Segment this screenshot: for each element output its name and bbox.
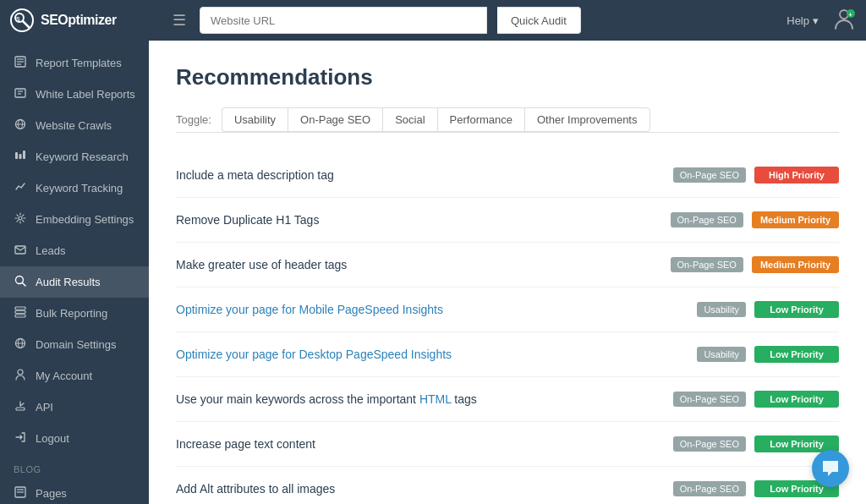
user-avatar-icon[interactable]: + — [832, 7, 856, 35]
help-button[interactable]: Help ▾ — [787, 14, 819, 27]
seoptimizer-logo-icon: S — [10, 8, 34, 32]
sidebar-item-white-label-reports[interactable]: White Label Reports — [0, 79, 149, 110]
rec-priority-badge-4: Low Priority — [754, 346, 839, 363]
rec-title-6: Increase page text content — [176, 437, 673, 451]
svg-rect-19 — [23, 151, 25, 159]
logo-area: S SEOptimizer — [10, 8, 159, 32]
report-templates-icon — [14, 56, 27, 70]
svg-rect-26 — [15, 315, 25, 317]
svg-rect-17 — [15, 152, 18, 159]
sidebar-item-embedding-settings[interactable]: Embedding Settings — [0, 204, 149, 235]
svg-rect-31 — [16, 408, 25, 410]
header-right: Help ▾ + — [787, 7, 856, 35]
logo-text: SEOptimizer — [41, 13, 117, 28]
rec-item-5: Use your main keywords across the import… — [176, 377, 839, 422]
toggle-bar: Toggle: Usability On-Page SEO Social Per… — [176, 107, 839, 133]
rec-category-badge-3: Usability — [697, 302, 746, 317]
sidebar-label-white-label-reports: White Label Reports — [36, 88, 135, 101]
top-header: S SEOptimizer ☰ Quick Audit Help ▾ + — [0, 0, 866, 41]
rec-priority-badge-3: Low Priority — [754, 301, 839, 318]
svg-line-2 — [23, 21, 29, 27]
sidebar-item-bulk-reporting[interactable]: Bulk Reporting — [0, 298, 149, 329]
rec-title-4[interactable]: Optimize your page for Desktop PageSpeed… — [176, 348, 697, 361]
sidebar-item-logout[interactable]: Logout — [0, 423, 149, 454]
toggle-btn-on-page-seo[interactable]: On-Page SEO — [288, 107, 382, 132]
sidebar-label-api: API — [36, 401, 53, 414]
sidebar-item-leads[interactable]: Leads — [0, 235, 149, 266]
toggle-btn-performance[interactable]: Performance — [437, 107, 524, 132]
main-layout: Report Templates White Label Reports Web… — [0, 41, 866, 504]
rec-category-badge-4: Usability — [697, 347, 746, 362]
page-title: Recommendations — [176, 64, 839, 90]
keyword-research-icon — [14, 150, 27, 164]
rec-item-0: Include a meta description tag On-Page S… — [176, 153, 839, 198]
svg-point-30 — [18, 370, 23, 375]
sidebar-label-pages: Pages — [36, 487, 67, 500]
rec-category-badge-6: On-Page SEO — [673, 436, 746, 452]
pages-icon — [14, 486, 27, 501]
sidebar-label-keyword-research: Keyword Research — [36, 151, 129, 163]
toggle-btn-usability[interactable]: Usability — [222, 107, 288, 132]
rec-item-6: Increase page text content On-Page SEO L… — [176, 422, 839, 467]
rec-category-badge-2: On-Page SEO — [671, 257, 743, 272]
leads-icon — [14, 244, 27, 258]
rec-category-badge-5: On-Page SEO — [673, 392, 746, 407]
rec-item-2: Make greater use of header tags On-Page … — [176, 243, 839, 288]
main-content: Recommendations Toggle: Usability On-Pag… — [149, 41, 866, 504]
rec-title-3[interactable]: Optimize your page for Mobile PageSpeed … — [176, 303, 697, 316]
rec-priority-badge-5: Low Priority — [754, 391, 839, 408]
rec-category-badge-7: On-Page SEO — [673, 481, 746, 496]
website-crawls-icon — [14, 118, 27, 133]
svg-text:S: S — [16, 16, 20, 22]
sidebar-item-my-account[interactable]: My Account — [0, 360, 149, 392]
toggle-label: Toggle: — [176, 113, 211, 126]
rec-category-badge-1: On-Page SEO — [671, 212, 743, 227]
keyword-tracking-icon — [14, 181, 27, 195]
toggle-btn-social[interactable]: Social — [382, 107, 436, 132]
rec-priority-badge-1: Medium Priority — [752, 211, 839, 228]
rec-title-7: Add Alt attributes to all images — [176, 482, 673, 496]
white-label-icon — [14, 87, 27, 101]
toggle-btn-other-improvements[interactable]: Other Improvements — [524, 107, 650, 132]
my-account-icon — [14, 369, 27, 383]
rec-item-7: Add Alt attributes to all images On-Page… — [176, 467, 839, 504]
sidebar-label-bulk-reporting: Bulk Reporting — [36, 307, 107, 320]
svg-rect-24 — [15, 307, 25, 310]
sidebar-item-keyword-tracking[interactable]: Keyword Tracking — [0, 173, 149, 204]
url-input[interactable] — [200, 7, 487, 34]
rec-title-2: Make greater use of header tags — [176, 258, 671, 271]
blog-section-label: Blog — [0, 454, 149, 478]
sidebar-item-report-templates[interactable]: Report Templates — [0, 47, 149, 79]
sidebar-item-website-crawls[interactable]: Website Crawls — [0, 110, 149, 141]
quick-audit-button[interactable]: Quick Audit — [497, 7, 581, 34]
recommendations-list: Include a meta description tag On-Page S… — [176, 153, 839, 504]
sidebar-item-keyword-research[interactable]: Keyword Research — [0, 141, 149, 173]
hamburger-menu-icon[interactable]: ☰ — [169, 8, 189, 33]
sidebar-label-embedding-settings: Embedding Settings — [36, 213, 134, 226]
sidebar-item-api[interactable]: API — [0, 392, 149, 423]
api-icon — [14, 400, 27, 414]
sidebar-label-keyword-tracking: Keyword Tracking — [36, 182, 123, 194]
sidebar-label-logout: Logout — [36, 432, 69, 445]
sidebar-label-audit-results: Audit Results — [36, 276, 101, 288]
svg-text:+: + — [849, 11, 852, 17]
svg-rect-11 — [15, 89, 25, 97]
sidebar-item-domain-settings[interactable]: Domain Settings — [0, 329, 149, 360]
sidebar-item-audit-results[interactable]: Audit Results — [0, 266, 149, 298]
rec-title-1: Remove Duplicate H1 Tags — [176, 213, 671, 227]
sidebar-label-domain-settings: Domain Settings — [36, 338, 116, 351]
svg-rect-25 — [15, 311, 25, 314]
rec-category-badge-0: On-Page SEO — [673, 167, 746, 183]
rec-title-0: Include a meta description tag — [176, 168, 673, 182]
svg-line-23 — [23, 283, 26, 287]
domain-settings-icon — [14, 337, 27, 352]
sidebar-label-leads: Leads — [36, 244, 65, 257]
sidebar-item-pages[interactable]: Pages — [0, 478, 149, 504]
rec-priority-badge-2: Medium Priority — [752, 256, 839, 273]
chat-bubble-button[interactable] — [812, 450, 849, 487]
rec-item-4: Optimize your page for Desktop PageSpeed… — [176, 332, 839, 377]
sidebar-label-report-templates: Report Templates — [36, 57, 122, 69]
chevron-down-icon: ▾ — [813, 14, 819, 27]
rec-item-1: Remove Duplicate H1 Tags On-Page SEO Med… — [176, 198, 839, 243]
html-link[interactable]: HTML — [419, 392, 452, 406]
